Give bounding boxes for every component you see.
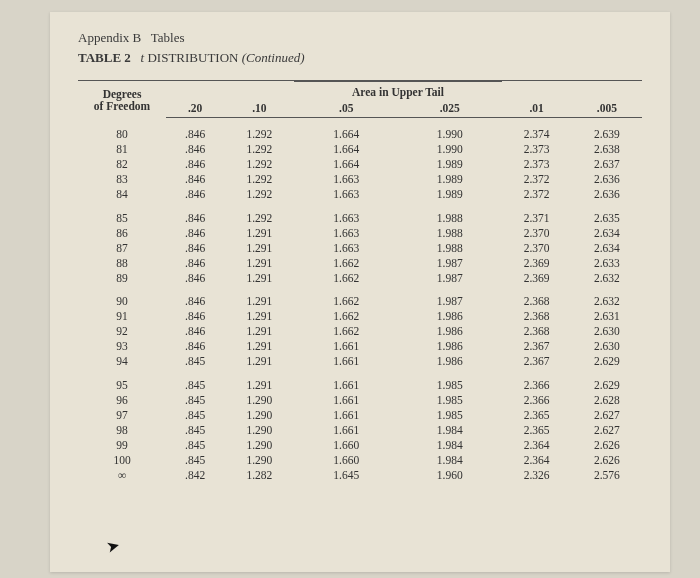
alpha-col-5: .005 bbox=[572, 100, 642, 118]
df-cell: 84 bbox=[78, 187, 166, 202]
value-cell: 1.663 bbox=[294, 225, 398, 240]
value-cell: 2.366 bbox=[502, 369, 572, 393]
df-cell: ∞ bbox=[78, 467, 166, 482]
value-cell: 1.292 bbox=[224, 118, 294, 142]
value-cell: .846 bbox=[166, 225, 224, 240]
value-cell: 1.290 bbox=[224, 422, 294, 437]
df-cell: 93 bbox=[78, 339, 166, 354]
value-cell: 1.291 bbox=[224, 309, 294, 324]
value-cell: 1.291 bbox=[224, 354, 294, 369]
table-row: 85.8461.2921.6631.9882.3712.635 bbox=[78, 202, 642, 226]
value-cell: 2.368 bbox=[502, 285, 572, 309]
value-cell: .845 bbox=[166, 369, 224, 393]
value-cell: 1.988 bbox=[398, 225, 502, 240]
value-cell: 1.291 bbox=[224, 285, 294, 309]
value-cell: 2.368 bbox=[502, 324, 572, 339]
area-header: Area in Upper Tail bbox=[294, 82, 501, 101]
alpha-col-4: .01 bbox=[502, 100, 572, 118]
value-cell: 1.662 bbox=[294, 324, 398, 339]
value-cell: 1.661 bbox=[294, 422, 398, 437]
value-cell: 1.989 bbox=[398, 187, 502, 202]
value-cell: .846 bbox=[166, 202, 224, 226]
value-cell: 1.663 bbox=[294, 187, 398, 202]
value-cell: 1.663 bbox=[294, 240, 398, 255]
value-cell: 1.292 bbox=[224, 172, 294, 187]
df-cell: 87 bbox=[78, 240, 166, 255]
value-cell: 2.629 bbox=[572, 354, 642, 369]
df-cell: 86 bbox=[78, 225, 166, 240]
value-cell: 2.627 bbox=[572, 407, 642, 422]
value-cell: .845 bbox=[166, 354, 224, 369]
value-cell: 2.626 bbox=[572, 437, 642, 452]
value-cell: 2.370 bbox=[502, 240, 572, 255]
value-cell: .842 bbox=[166, 467, 224, 482]
distribution-word: DISTRIBUTION bbox=[147, 50, 238, 65]
value-cell: 2.634 bbox=[572, 240, 642, 255]
value-cell: 1.987 bbox=[398, 255, 502, 270]
value-cell: 2.630 bbox=[572, 324, 642, 339]
value-cell: 2.368 bbox=[502, 309, 572, 324]
value-cell: 1.662 bbox=[294, 309, 398, 324]
df-header-line2: of Freedom bbox=[82, 100, 162, 112]
table-row: 80.8461.2921.6641.9902.3742.639 bbox=[78, 118, 642, 142]
value-cell: 1.661 bbox=[294, 392, 398, 407]
value-cell: 1.985 bbox=[398, 407, 502, 422]
alpha-col-2: .05 bbox=[294, 100, 398, 118]
value-cell: 2.631 bbox=[572, 309, 642, 324]
value-cell: 1.663 bbox=[294, 172, 398, 187]
value-cell: 2.373 bbox=[502, 157, 572, 172]
value-cell: 2.635 bbox=[572, 202, 642, 226]
value-cell: 1.291 bbox=[224, 225, 294, 240]
value-cell: 2.636 bbox=[572, 172, 642, 187]
value-cell: 1.990 bbox=[398, 118, 502, 142]
value-cell: 2.366 bbox=[502, 392, 572, 407]
value-cell: .845 bbox=[166, 437, 224, 452]
value-cell: 2.367 bbox=[502, 339, 572, 354]
value-cell: 1.984 bbox=[398, 437, 502, 452]
value-cell: 1.291 bbox=[224, 270, 294, 285]
appendix-line: Appendix B Tables bbox=[78, 30, 642, 46]
value-cell: 1.661 bbox=[294, 407, 398, 422]
value-cell: 1.988 bbox=[398, 240, 502, 255]
value-cell: 2.639 bbox=[572, 118, 642, 142]
df-cell: 94 bbox=[78, 354, 166, 369]
df-cell: 100 bbox=[78, 452, 166, 467]
value-cell: 2.367 bbox=[502, 354, 572, 369]
table-row: 98.8451.2901.6611.9842.3652.627 bbox=[78, 422, 642, 437]
value-cell: 1.292 bbox=[224, 142, 294, 157]
table-row: 88.8461.2911.6621.9872.3692.633 bbox=[78, 255, 642, 270]
value-cell: 2.626 bbox=[572, 452, 642, 467]
value-cell: 1.282 bbox=[224, 467, 294, 482]
value-cell: .846 bbox=[166, 255, 224, 270]
t-distribution-table: Degrees of Freedom Area in Upper Tail .2… bbox=[78, 81, 642, 482]
table-row: 99.8451.2901.6601.9842.3642.626 bbox=[78, 437, 642, 452]
table-row: ∞.8421.2821.6451.9602.3262.576 bbox=[78, 467, 642, 482]
value-cell: 1.661 bbox=[294, 369, 398, 393]
value-cell: .845 bbox=[166, 407, 224, 422]
value-cell: 1.987 bbox=[398, 285, 502, 309]
value-cell: .846 bbox=[166, 339, 224, 354]
value-cell: 1.985 bbox=[398, 369, 502, 393]
table-body: 80.8461.2921.6641.9902.3742.63981.8461.2… bbox=[78, 118, 642, 483]
value-cell: 2.638 bbox=[572, 142, 642, 157]
df-cell: 98 bbox=[78, 422, 166, 437]
df-cell: 96 bbox=[78, 392, 166, 407]
value-cell: 1.987 bbox=[398, 270, 502, 285]
df-cell: 97 bbox=[78, 407, 166, 422]
df-header: Degrees of Freedom bbox=[78, 82, 166, 118]
value-cell: 1.292 bbox=[224, 157, 294, 172]
value-cell: .846 bbox=[166, 324, 224, 339]
value-cell: 2.628 bbox=[572, 392, 642, 407]
value-cell: 2.576 bbox=[572, 467, 642, 482]
value-cell: 1.292 bbox=[224, 187, 294, 202]
value-cell: 1.291 bbox=[224, 255, 294, 270]
table-row: 92.8461.2911.6621.9862.3682.630 bbox=[78, 324, 642, 339]
value-cell: 1.960 bbox=[398, 467, 502, 482]
value-cell: 2.373 bbox=[502, 142, 572, 157]
value-cell: 2.637 bbox=[572, 157, 642, 172]
value-cell: 1.986 bbox=[398, 354, 502, 369]
table-row: 96.8451.2901.6611.9852.3662.628 bbox=[78, 392, 642, 407]
df-cell: 83 bbox=[78, 172, 166, 187]
table-row: 87.8461.2911.6631.9882.3702.634 bbox=[78, 240, 642, 255]
header-row-1: Degrees of Freedom Area in Upper Tail bbox=[78, 82, 642, 101]
